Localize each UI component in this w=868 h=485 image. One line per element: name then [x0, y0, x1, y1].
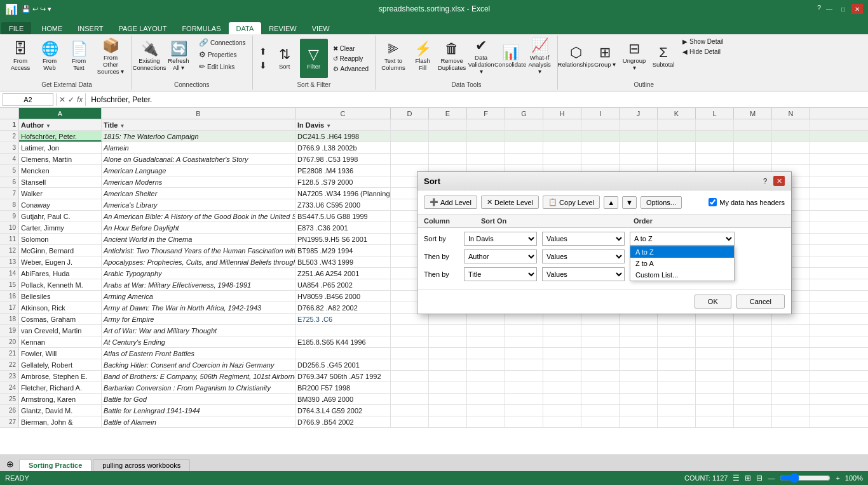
cell-empty[interactable] — [734, 142, 772, 153]
cell-author[interactable]: Fowler, Will — [19, 348, 102, 359]
col-header-d[interactable]: D — [391, 108, 429, 119]
cell-empty[interactable] — [620, 336, 658, 347]
order-option-ztoa[interactable]: Z to A — [630, 258, 734, 269]
table-row[interactable]: 26Glantz, David M.Battle for Leningrad 1… — [0, 405, 868, 416]
cell-title[interactable]: Apocalypses: Prophecies, Cults, and Mill… — [102, 256, 295, 267]
cell-empty[interactable] — [391, 142, 429, 153]
minimize-button[interactable]: — — [824, 4, 835, 14]
cell-empty[interactable] — [505, 314, 543, 324]
cell-empty[interactable] — [391, 371, 429, 382]
cell-empty[interactable] — [505, 371, 543, 382]
cell-indavis[interactable]: D766.9 .B54 2002 — [295, 416, 391, 427]
cancel-formula-icon[interactable]: ✕ — [59, 95, 65, 104]
cell-empty[interactable] — [429, 119, 467, 130]
col-header-b[interactable]: B — [102, 108, 295, 119]
cell-empty[interactable] — [391, 336, 429, 347]
text-to-columns-button[interactable]: ⫸ Text toColumns — [379, 37, 407, 76]
cell-indavis[interactable]: UA854 .P65 2002 — [295, 279, 391, 290]
cell-empty[interactable] — [391, 348, 429, 359]
cell-empty[interactable] — [658, 154, 696, 164]
ok-button[interactable]: OK — [695, 295, 731, 309]
table-row[interactable]: 21Fowler, WillAtlas of Eastern Front Bat… — [0, 348, 868, 359]
cell-indavis[interactable]: E873 .C36 2001 — [295, 222, 391, 233]
cell-empty[interactable] — [429, 325, 467, 336]
tab-home[interactable]: HOME — [34, 22, 70, 34]
cell-empty[interactable] — [620, 371, 658, 382]
cell-empty[interactable] — [696, 154, 734, 164]
cell-empty[interactable] — [658, 371, 696, 382]
window-controls[interactable]: ? — □ ✕ — [817, 4, 863, 14]
cell-title[interactable]: Antichrist: Two Thousand Years of the Hu… — [102, 245, 295, 256]
cell-empty[interactable] — [543, 119, 581, 130]
cell-empty[interactable] — [505, 405, 543, 416]
tab-formulas[interactable]: FORMULAS — [174, 22, 228, 34]
from-text-button[interactable]: 📄 FromText — [65, 37, 93, 76]
cell-empty[interactable] — [772, 359, 810, 370]
cell-empty[interactable] — [772, 416, 810, 427]
cell-empty[interactable] — [658, 359, 696, 370]
cell-empty[interactable] — [696, 314, 734, 324]
cell-author[interactable]: Fletcher, Richard A. — [19, 382, 102, 393]
cell-indavis[interactable]: PN1995.9.H5 S6 2001 — [295, 234, 391, 244]
table-row[interactable]: 4Clemens, MartinAlone on Guadalcanal: A … — [0, 154, 868, 165]
cell-empty[interactable] — [467, 348, 505, 359]
cell-author[interactable]: Conaway — [19, 199, 102, 210]
cell-empty[interactable] — [467, 131, 505, 142]
cell-empty[interactable] — [391, 154, 429, 164]
cell-empty[interactable] — [505, 131, 543, 142]
cell-empty[interactable] — [429, 336, 467, 347]
name-box[interactable]: A2 — [3, 93, 53, 106]
tab-file[interactable]: FILE — [1, 22, 31, 34]
col-header-h[interactable]: H — [543, 108, 581, 119]
from-other-sources-button[interactable]: 📦 From OtherSources ▾ — [94, 37, 127, 76]
col-header-l[interactable]: L — [696, 108, 734, 119]
move-up-button[interactable]: ▲ — [604, 196, 618, 209]
cell-empty[interactable] — [543, 336, 581, 347]
table-row[interactable]: 25Armstrong, KarenBattle for GodBM390 .A… — [0, 394, 868, 405]
cell-author[interactable]: Latimer, Jon — [19, 142, 102, 153]
cell-empty[interactable] — [581, 131, 620, 142]
cell-indavis[interactable]: D764.3.L4 G59 2002 — [295, 405, 391, 416]
col-header-m[interactable]: M — [734, 108, 772, 119]
cell-empty[interactable] — [620, 348, 658, 359]
cell-title[interactable]: An American Bible: A History of the Good… — [102, 211, 295, 222]
cell-title[interactable]: An Hour Before Daylight — [102, 222, 295, 233]
table-row[interactable]: 18Cosmas, GrahamArmy for EmpireE725.3 .C… — [0, 314, 868, 325]
cell-empty[interactable] — [581, 382, 620, 393]
tab-page-layout[interactable]: PAGE LAYOUT — [111, 22, 174, 34]
table-row[interactable]: 27Bierman, John &Battle of AlameinD766.9… — [0, 416, 868, 428]
cell-empty[interactable] — [620, 154, 658, 164]
then-by-1-column-select[interactable]: In Davis Author Title — [464, 249, 537, 263]
cell-indavis[interactable]: In Davis ▼ — [295, 119, 391, 130]
cell-empty[interactable] — [543, 314, 581, 324]
cell-indavis[interactable]: Z733.U6 C595 2000 — [295, 199, 391, 210]
cell-empty[interactable] — [620, 416, 658, 427]
cell-indavis[interactable]: BT985 .M29 1994 — [295, 245, 391, 256]
my-data-headers-checkbox[interactable] — [709, 198, 717, 206]
cell-title[interactable]: American Shelter — [102, 188, 295, 199]
cell-empty[interactable] — [505, 382, 543, 393]
cell-empty[interactable] — [658, 394, 696, 404]
cell-title[interactable]: American Language — [102, 165, 295, 176]
cell-empty[interactable] — [467, 154, 505, 164]
table-row[interactable]: 22Gellately, RobertBacking Hitler: Conse… — [0, 359, 868, 371]
cell-empty[interactable] — [581, 336, 620, 347]
cell-empty[interactable] — [505, 142, 543, 153]
col-header-f[interactable]: F — [467, 108, 505, 119]
cell-empty[interactable] — [772, 119, 810, 130]
cell-empty[interactable] — [734, 382, 772, 393]
cell-empty[interactable] — [696, 371, 734, 382]
cell-author[interactable]: Armstrong, Karen — [19, 394, 102, 404]
cell-title[interactable]: American Moderns — [102, 176, 295, 187]
col-header-k[interactable]: K — [658, 108, 696, 119]
cell-empty[interactable] — [543, 405, 581, 416]
cell-author[interactable]: Kennan — [19, 336, 102, 347]
cell-empty[interactable] — [658, 131, 696, 142]
ungroup-button[interactable]: ⊟ Ungroup ▾ — [620, 37, 648, 76]
from-access-button[interactable]: 🗄 FromAccess — [6, 37, 34, 76]
cell-empty[interactable] — [505, 336, 543, 347]
cell-empty[interactable] — [772, 336, 810, 347]
cell-empty[interactable] — [391, 131, 429, 142]
cell-empty[interactable] — [581, 371, 620, 382]
cell-author[interactable]: Glantz, David M. — [19, 405, 102, 416]
